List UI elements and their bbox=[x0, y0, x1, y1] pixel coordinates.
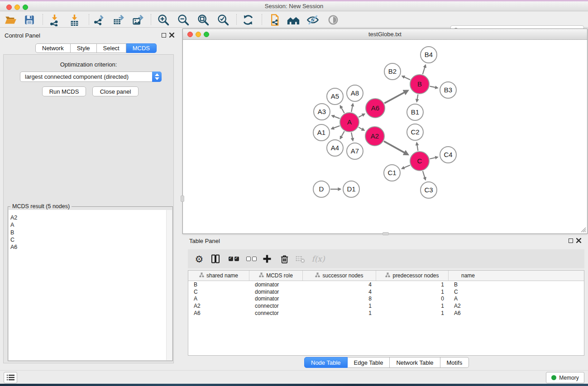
graph-edge-A-A6[interactable] bbox=[359, 114, 364, 117]
tab-network-table[interactable]: Network Table bbox=[390, 357, 440, 368]
zoom-selected-icon[interactable] bbox=[216, 13, 230, 27]
graph-node-C[interactable]: C bbox=[410, 152, 429, 171]
graph-node-B2[interactable]: B2 bbox=[384, 63, 401, 80]
graph-edge-C-C3[interactable] bbox=[423, 171, 425, 180]
zoom-in-icon[interactable] bbox=[157, 13, 170, 27]
tab-network[interactable]: Network bbox=[35, 43, 71, 53]
result-item[interactable]: A6 bbox=[10, 243, 172, 251]
graph-node-A7[interactable]: A7 bbox=[347, 143, 363, 159]
graph-edge-A6-B[interactable] bbox=[384, 91, 407, 103]
graph-edge-A-A4[interactable] bbox=[340, 131, 344, 138]
column-header-shared-name[interactable]: shared name bbox=[188, 271, 249, 281]
graph-node-B4[interactable]: B4 bbox=[421, 47, 437, 63]
graph-edge-C-C2[interactable] bbox=[417, 143, 418, 151]
graph-node-B3[interactable]: B3 bbox=[440, 82, 456, 98]
tab-edge-table[interactable]: Edge Table bbox=[348, 357, 390, 368]
resize-grip-icon[interactable] bbox=[580, 226, 586, 233]
table-row[interactable]: Bdominator41B bbox=[188, 281, 584, 288]
table-row[interactable]: A6connector11A6 bbox=[188, 310, 584, 317]
task-history-button[interactable] bbox=[4, 372, 17, 383]
splitpane-handle-bottom[interactable] bbox=[382, 232, 389, 235]
column-header-mcds-role[interactable]: MCDS role bbox=[249, 271, 303, 281]
column-header-predecessor-nodes[interactable]: predecessor nodes bbox=[376, 271, 449, 281]
document-share-icon[interactable] bbox=[268, 13, 281, 27]
float-table-panel-icon[interactable] bbox=[569, 238, 573, 243]
result-item[interactable]: A bbox=[10, 221, 172, 229]
refresh-layout-icon[interactable] bbox=[241, 13, 255, 27]
graph-node-C3[interactable]: C3 bbox=[421, 182, 437, 198]
gray-eye-icon[interactable] bbox=[326, 13, 340, 27]
graph-edge-A-A1[interactable] bbox=[332, 126, 340, 129]
graph-edge-C-C1[interactable] bbox=[402, 165, 410, 169]
deselect-all-icon[interactable] bbox=[244, 252, 258, 266]
run-mcds-button[interactable]: Run MCDS bbox=[42, 86, 86, 96]
close-panel-button[interactable]: Close panel bbox=[92, 86, 139, 96]
result-item[interactable]: A2 bbox=[10, 214, 172, 221]
open-session-icon[interactable] bbox=[4, 13, 17, 27]
graph-edge-B-B3[interactable] bbox=[430, 86, 438, 88]
save-session-icon[interactable] bbox=[23, 13, 36, 27]
graph-edge-A-A5[interactable] bbox=[340, 106, 344, 113]
export-table-icon[interactable] bbox=[111, 13, 125, 27]
graph-node-A4[interactable]: A4 bbox=[327, 140, 343, 156]
table-row[interactable]: A2connector11A2 bbox=[188, 302, 584, 310]
graph-node-C1[interactable]: C1 bbox=[384, 165, 400, 181]
graph-edge-C-C4[interactable] bbox=[430, 157, 437, 159]
hide-eye-icon[interactable] bbox=[306, 13, 320, 27]
column-header-successor-nodes[interactable]: successor nodes bbox=[303, 271, 376, 281]
graph-node-A[interactable]: A bbox=[340, 113, 359, 132]
graph-node-A3[interactable]: A3 bbox=[314, 104, 330, 120]
table-row[interactable]: Cdominator41C bbox=[188, 288, 584, 295]
gear-icon[interactable]: ⚙ bbox=[192, 252, 206, 266]
tab-mcds[interactable]: MCDS bbox=[126, 43, 157, 53]
graph-node-B1[interactable]: B1 bbox=[407, 104, 423, 120]
import-network-icon[interactable] bbox=[48, 13, 61, 27]
zoom-fit-icon[interactable] bbox=[196, 13, 210, 27]
graph-node-D1[interactable]: D1 bbox=[343, 181, 359, 197]
close-panel-icon[interactable] bbox=[169, 33, 174, 38]
graph-node-A5[interactable]: A5 bbox=[327, 88, 343, 105]
optimization-dropdown[interactable]: largest connected component (directed) bbox=[20, 71, 162, 82]
result-list-scrollbar[interactable] bbox=[166, 210, 172, 360]
graph-edge-A-A8[interactable] bbox=[351, 104, 353, 112]
graph-node-D[interactable]: D bbox=[313, 181, 330, 197]
import-table-icon[interactable] bbox=[67, 13, 81, 27]
close-table-panel-icon[interactable] bbox=[576, 238, 581, 243]
graph-edge-A-A2[interactable] bbox=[359, 127, 364, 130]
tab-select[interactable]: Select bbox=[97, 43, 126, 53]
result-item[interactable]: C bbox=[10, 236, 172, 243]
add-icon[interactable] bbox=[260, 252, 274, 266]
column-header-name[interactable]: name bbox=[449, 271, 488, 281]
export-image-icon[interactable] bbox=[131, 13, 144, 27]
result-item[interactable]: B bbox=[10, 229, 172, 236]
node-table[interactable]: shared nameMCDS rolesuccessor nodesprede… bbox=[188, 270, 584, 356]
tab-node-table[interactable]: Node Table bbox=[304, 357, 348, 368]
graph-edge-B-B4[interactable] bbox=[423, 65, 425, 74]
tab-style[interactable]: Style bbox=[71, 43, 97, 53]
graph-edge-B-B2[interactable] bbox=[402, 76, 410, 80]
graph-node-C2[interactable]: C2 bbox=[407, 124, 423, 140]
graph-node-B[interactable]: B bbox=[410, 75, 429, 94]
graph-node-A2[interactable]: A2 bbox=[365, 127, 384, 146]
graph-edge-A2-C[interactable] bbox=[384, 141, 408, 154]
homes-icon[interactable] bbox=[287, 13, 300, 27]
graph-node-A1[interactable]: A1 bbox=[313, 124, 330, 141]
trash-icon[interactable] bbox=[277, 252, 291, 266]
graph-node-C4[interactable]: C4 bbox=[440, 147, 456, 163]
graph-edge-B-B1[interactable] bbox=[417, 95, 418, 102]
tab-motifs[interactable]: Motifs bbox=[440, 357, 469, 368]
export-network-icon[interactable] bbox=[92, 13, 105, 27]
memory-button[interactable]: Memory bbox=[546, 372, 584, 383]
graph-node-A8[interactable]: A8 bbox=[347, 85, 363, 101]
graph-node-A6[interactable]: A6 bbox=[366, 99, 385, 118]
table-row[interactable]: Adominator80A bbox=[188, 295, 584, 302]
graph-edge-A-A7[interactable] bbox=[351, 133, 353, 141]
select-all-icon[interactable] bbox=[227, 252, 240, 266]
graph-edge-A-A3[interactable] bbox=[332, 115, 339, 118]
network-window-titlebar[interactable]: testGlobe.txt bbox=[183, 29, 587, 40]
zoom-out-icon[interactable] bbox=[177, 13, 190, 27]
network-canvas[interactable]: B4B2BB3A8A5A6A3B1AC2A1A2A4A7C4CC1C3DD1 bbox=[183, 40, 587, 234]
splitpane-handle-left[interactable] bbox=[181, 195, 184, 202]
mcds-result-list[interactable]: A2ABCA6 bbox=[9, 210, 172, 360]
columns-icon[interactable] bbox=[209, 252, 222, 266]
